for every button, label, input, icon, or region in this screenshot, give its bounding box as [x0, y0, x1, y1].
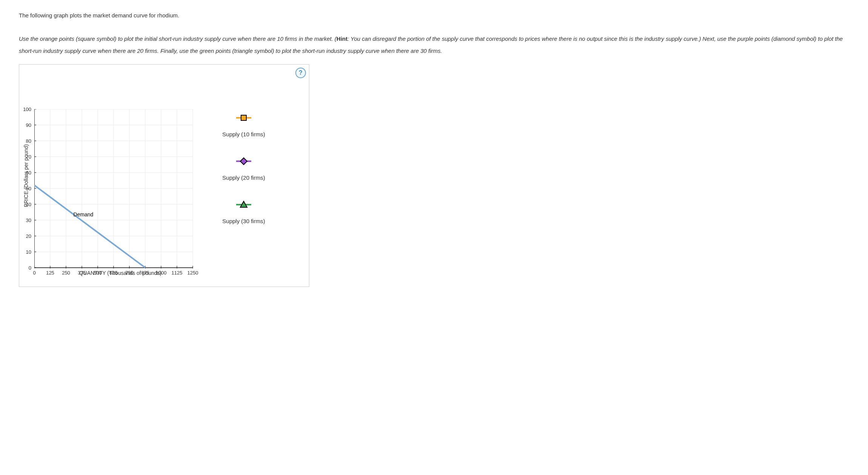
- diamond-icon: [215, 157, 272, 165]
- chart-panel: ? PRICE (Dollars per pound) 010203040506…: [19, 64, 309, 287]
- square-icon: [215, 114, 272, 122]
- triangle-icon: [215, 200, 272, 209]
- x-tick-label: 250: [62, 270, 70, 276]
- plot-wrap: 0102030405060708090100012525037550062575…: [31, 75, 193, 276]
- y-tick-label: 90: [16, 122, 31, 128]
- x-tick-label: 375: [78, 270, 86, 276]
- x-tick-label: 875: [141, 270, 149, 276]
- legend-item[interactable]: Supply (20 firms): [215, 157, 272, 181]
- y-tick-label: 70: [16, 154, 31, 160]
- x-tick-label: 625: [109, 270, 118, 276]
- y-tick-label: 40: [16, 202, 31, 207]
- legend-label: Supply (30 firms): [215, 218, 272, 224]
- hint-bold: Hint: [336, 35, 347, 42]
- x-tick-label: 125: [46, 270, 54, 276]
- x-tick-label: 1000: [156, 270, 167, 276]
- instr-part-1: Use the orange points (square symbol) to…: [19, 35, 336, 42]
- x-tick-label: 0: [33, 270, 35, 276]
- chart-plot-area[interactable]: 0102030405060708090100012525037550062575…: [34, 109, 193, 268]
- legend-label: Supply (10 firms): [215, 131, 272, 137]
- x-tick-label: 500: [94, 270, 102, 276]
- y-tick-label: 100: [16, 106, 31, 112]
- intro-text: The following graph plots the market dem…: [19, 11, 849, 19]
- svg-marker-49: [240, 158, 247, 165]
- x-tick-label: 1250: [187, 270, 198, 276]
- chart-legend: Supply (10 firms)Supply (20 firms)Supply…: [215, 114, 272, 283]
- legend-item[interactable]: Supply (30 firms): [215, 200, 272, 224]
- svg-rect-47: [241, 115, 246, 120]
- demand-series-label: Demand: [73, 211, 93, 217]
- y-tick-label: 60: [16, 170, 31, 176]
- y-tick-label: 10: [16, 249, 31, 255]
- legend-label: Supply (20 firms): [215, 174, 272, 181]
- y-tick-label: 30: [16, 217, 31, 223]
- y-tick-label: 50: [16, 186, 31, 191]
- y-tick-label: 0: [16, 265, 31, 271]
- help-button[interactable]: ?: [295, 68, 306, 78]
- y-tick-label: 80: [16, 138, 31, 144]
- x-tick-label: 750: [125, 270, 134, 276]
- y-tick-label: 20: [16, 233, 31, 239]
- instructions-text: Use the orange points (square symbol) to…: [19, 33, 849, 57]
- x-tick-label: 1125: [172, 270, 183, 276]
- chart-left: PRICE (Dollars per pound) 01020304050607…: [23, 68, 193, 283]
- legend-item[interactable]: Supply (10 firms): [215, 114, 272, 137]
- demand-line: [34, 185, 145, 268]
- chart-svg[interactable]: [34, 109, 194, 268]
